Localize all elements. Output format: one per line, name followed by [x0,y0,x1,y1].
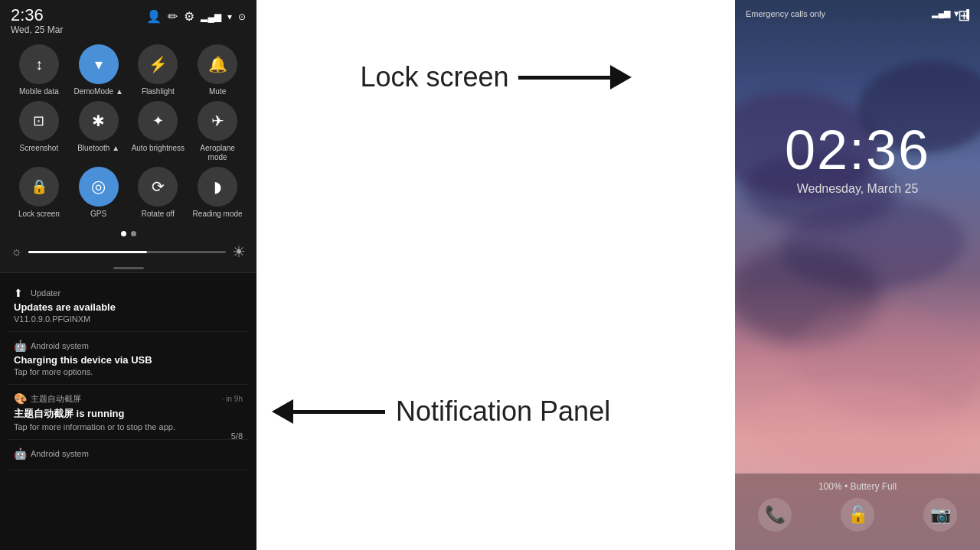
brightness-track[interactable] [28,251,226,253]
notification-panel-annotation-text: Notification Panel [396,395,610,428]
wifi-icon: ▾ [227,11,232,22]
lock-screen-icon: 🔒 [19,167,59,207]
edit-icon: ✏ [168,9,178,24]
lock-add-icon[interactable]: ⊞ [958,6,971,24]
qs-tile-flashlight[interactable]: ⚡ Flashlight [130,44,185,96]
lock-emergency-text: Emergency calls only [746,9,825,18]
qs-label-aeroplane: Aeroplane mode [190,144,245,162]
qs-row-1: ↕ Mobile data ▾ DemoMode ▲ ⚡ Flashlight … [9,44,247,96]
quick-settings: ↕ Mobile data ▾ DemoMode ▲ ⚡ Flashlight … [0,37,256,228]
notification-theme[interactable]: 🎨 主题自动截屏 · in 9h 主题自动截屏 is running Tap f… [8,385,249,440]
brightness-high-icon: ☀ [232,242,246,261]
arrow-left [272,399,385,424]
user-icon: 👤 [146,9,162,24]
arrow-head-right [610,65,632,89]
updater-icon: ⬆ [14,287,26,299]
android-app-name-2: Android system [31,449,89,458]
qs-tile-lock-screen[interactable]: 🔒 Lock screen [11,167,67,219]
qs-tile-demomode[interactable]: ▾ DemoMode ▲ [71,44,126,96]
qs-label-demomode: DemoMode ▲ [74,87,122,96]
notif-header-android-2: 🤖 Android system [14,447,243,460]
notif-header-updater: ⬆ Updater [14,287,243,299]
arrow-right [518,65,632,89]
qs-tile-bluetooth[interactable]: ✱ Bluetooth ▲ [71,101,126,162]
qs-label-auto-brightness: Auto brightness [132,144,185,153]
settings-icon: ⚙ [184,9,194,24]
android-icon-1: 🤖 [14,340,26,352]
android-icon-2: 🤖 [14,447,26,460]
qs-tile-screenshot[interactable]: ⊡ Screenshot [11,101,67,162]
aeroplane-icon: ✈ [198,101,237,141]
page-dot-1 [121,231,126,236]
qs-label-gps: GPS [90,210,106,219]
notification-counter: 5/8 [231,431,243,441]
gps-icon: ◎ [79,167,119,207]
lock-screen-panel: Emergency calls only ▂▄▆ ▾ ▐ ⊞ 02:36 Wed… [735,0,980,550]
demomode-icon: ▾ [79,44,119,84]
qs-label-lock-screen: Lock screen [18,210,60,219]
qs-row-3: 🔒 Lock screen ◎ GPS ⟳ Rotate off ◗ Readi… [9,167,247,219]
notif-header-theme: 🎨 主题自动截屏 · in 9h [14,392,243,405]
theme-icon: 🎨 [14,392,26,405]
usb-body: Tap for more options. [14,367,243,376]
updater-body: V11.0.9.0.PFGINXM [14,314,243,324]
qs-label-screenshot: Screenshot [20,144,59,153]
brightness-fill [28,251,147,253]
mute-icon: 🔔 [198,44,237,84]
drag-handle[interactable] [0,267,256,269]
lock-status-bar: Emergency calls only ▂▄▆ ▾ ▐ [735,0,980,22]
qs-tile-mobile-data[interactable]: ↕ Mobile data [11,44,67,96]
arrow-head-left [272,399,293,424]
notif-header-usb: 🤖 Android system [14,340,243,352]
qs-tile-auto-brightness[interactable]: ✦ Auto brightness [130,101,185,162]
lock-phone-button[interactable]: 📞 [758,498,792,532]
lock-clock: 02:36 Wednesday, March 25 [735,122,980,196]
notification-android-2[interactable]: 🤖 Android system [8,440,249,470]
lock-unlock-button[interactable]: 🔓 [841,498,874,532]
qs-tile-reading-mode[interactable]: ◗ Reading mode [190,167,245,219]
lock-battery-text: 100% • Buttery Full [818,481,897,492]
arrow-line-left [293,410,385,414]
reading-mode-icon: ◗ [198,167,237,207]
auto-brightness-icon: ✦ [138,101,178,141]
page-indicator [0,231,256,236]
brightness-low-icon: ☼ [11,245,22,259]
brightness-control[interactable]: ☼ ☀ [0,242,256,261]
page-dot-2 [131,231,136,236]
notification-list: ⬆ Updater Updates are available V11.0.9.… [0,272,256,550]
lock-screen-annotation: Lock screen [360,61,631,93]
bluetooth-icon: ✱ [79,101,119,141]
notification-usb[interactable]: 🤖 Android system Charging this device vi… [8,332,249,385]
theme-body: Tap for more information or to stop the … [14,422,243,431]
qs-tile-rotate-off[interactable]: ⟳ Rotate off [130,167,185,219]
status-icons: 👤 ✏ ⚙ ▂▄▆ ▾ ⊙ [146,6,246,24]
status-time: 2:36 [11,6,63,24]
screenshot-icon: ⊡ [19,101,59,141]
usb-title: Charging this device via USB [14,354,243,366]
status-bar: 2:36 Wed, 25 Mar 👤 ✏ ⚙ ▂▄▆ ▾ ⊙ [0,0,256,37]
lock-date: Wednesday, March 25 [735,182,980,196]
lock-signal-icon: ▂▄▆ [932,8,950,18]
signal-bars: ▂▄▆ [201,11,221,22]
qs-tile-mute[interactable]: 🔔 Mute [190,44,245,96]
lock-time: 02:36 [735,122,980,177]
qs-tile-gps[interactable]: ◎ GPS [71,167,126,219]
android-app-name-1: Android system [31,341,89,350]
qs-label-rotate-off: Rotate off [142,210,175,219]
diagram-panel: Lock screen Notification Panel [256,0,735,550]
qs-tile-aeroplane[interactable]: ✈ Aeroplane mode [190,101,245,162]
drag-handle-bar [113,267,144,269]
notification-updater[interactable]: ⬆ Updater Updates are available V11.0.9.… [8,279,249,332]
flashlight-icon: ⚡ [138,44,178,84]
notification-panel: 2:36 Wed, 25 Mar 👤 ✏ ⚙ ▂▄▆ ▾ ⊙ ↕ Mobile … [0,0,256,550]
qs-label-bluetooth: Bluetooth ▲ [77,144,119,153]
theme-title: 主题自动截屏 is running [14,407,243,421]
lock-screen-annotation-text: Lock screen [360,61,508,93]
notification-panel-annotation: Notification Panel [272,395,610,428]
theme-time: · in 9h [222,395,243,403]
updater-title: Updates are available [14,301,243,313]
qs-label-mute: Mute [209,87,226,96]
qs-label-mobile-data: Mobile data [19,87,59,96]
lock-camera-button[interactable]: 📷 [923,498,957,532]
qs-label-flashlight: Flashlight [142,87,175,96]
